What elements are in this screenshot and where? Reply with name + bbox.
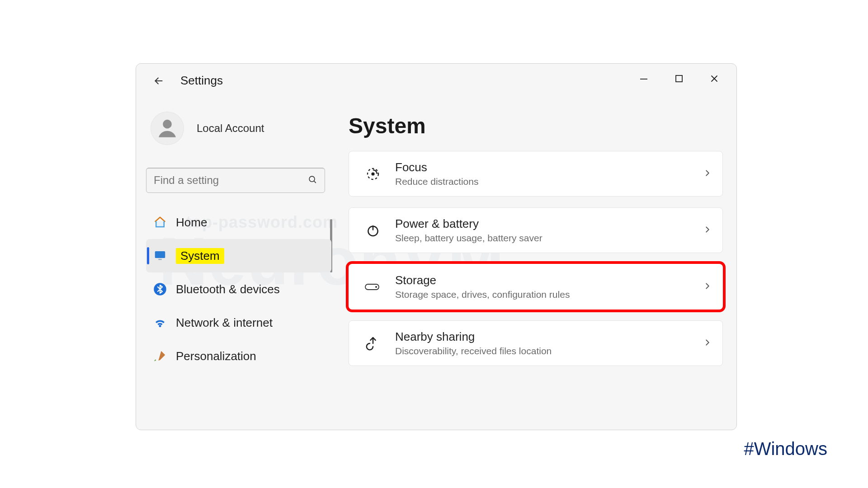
settings-window: top-password.com NeuronVM Settings [136,63,737,430]
svg-point-2 [163,120,172,129]
card-nearby[interactable]: Nearby sharing Discoverability, received… [349,320,723,366]
sidebar-item-personalization[interactable]: Personalization [146,339,331,373]
chevron-right-icon [703,281,712,293]
window-title: Settings [180,74,223,88]
chevron-right-icon [703,338,712,349]
hashtag: #Windows [744,439,827,459]
page-title: System [349,113,723,138]
storage-icon [361,282,385,292]
minimize-button[interactable] [626,68,661,89]
person-icon [155,116,180,141]
svg-rect-5 [158,259,162,260]
maximize-icon [675,75,683,83]
card-title-focus: Focus [395,160,478,174]
close-icon [710,75,718,83]
sidebar-item-network[interactable]: Network & internet [146,306,331,339]
home-icon [152,215,168,230]
card-sub-power: Sleep, battery usage, battery saver [395,233,542,244]
chevron-right-icon [703,168,712,180]
svg-rect-0 [640,79,647,80]
power-icon [361,223,385,238]
share-icon [361,336,385,351]
svg-point-8 [371,172,374,175]
stage: { "window": { "title": "Settings", "cont… [0,0,868,488]
sidebar-item-system[interactable]: System [146,239,331,272]
sidebar: Home System Bluetooth & devices [146,206,331,373]
sidebar-label-system: System [176,248,224,264]
svg-rect-4 [155,251,165,258]
sidebar-item-home[interactable]: Home [146,206,331,239]
search-icon [307,174,317,186]
account-block[interactable]: Local Account [146,107,331,154]
card-text: Nearby sharing Discoverability, received… [395,330,552,357]
card-text: Focus Reduce distractions [395,160,478,187]
bluetooth-icon [152,282,168,297]
card-text: Power & battery Sleep, battery usage, ba… [395,217,542,244]
sidebar-label-personalization: Personalization [176,349,256,363]
card-sub-storage: Storage space, drives, configuration rul… [395,289,570,300]
account-name: Local Account [197,122,264,135]
search-input[interactable] [154,174,301,187]
titlebar: Settings [136,64,736,94]
card-text: Storage Storage space, drives, configura… [395,273,570,300]
focus-icon [361,166,385,182]
sidebar-label-bluetooth: Bluetooth & devices [176,282,280,296]
card-title-power: Power & battery [395,217,542,231]
chevron-right-icon [703,225,712,236]
card-power[interactable]: Power & battery Sleep, battery usage, ba… [349,207,723,253]
back-button[interactable] [150,72,168,90]
avatar [151,112,184,145]
search-wrap [146,168,325,193]
svg-rect-1 [676,75,682,82]
main-panel: System Focus Reduce distractions [349,113,723,430]
monitor-icon [152,248,168,263]
close-button[interactable] [697,68,732,89]
card-sub-focus: Reduce distractions [395,176,478,187]
maximize-button[interactable] [661,68,697,89]
card-storage[interactable]: Storage Storage space, drives, configura… [349,264,723,310]
minimize-icon [639,74,648,83]
svg-point-11 [375,286,377,288]
card-title-storage: Storage [395,273,570,287]
arrow-left-icon [153,75,165,87]
svg-point-3 [309,176,315,182]
search-box[interactable] [146,168,325,193]
brush-icon [152,348,168,364]
wifi-icon [152,315,168,330]
window-controls [626,68,732,89]
card-focus[interactable]: Focus Reduce distractions [349,151,723,197]
sidebar-label-home: Home [176,216,207,230]
sidebar-item-bluetooth[interactable]: Bluetooth & devices [146,272,331,306]
left-column: Local Account Home [146,107,331,430]
card-sub-nearby: Discoverability, received files location [395,346,552,357]
card-title-nearby: Nearby sharing [395,330,552,344]
sidebar-label-network: Network & internet [176,316,273,330]
